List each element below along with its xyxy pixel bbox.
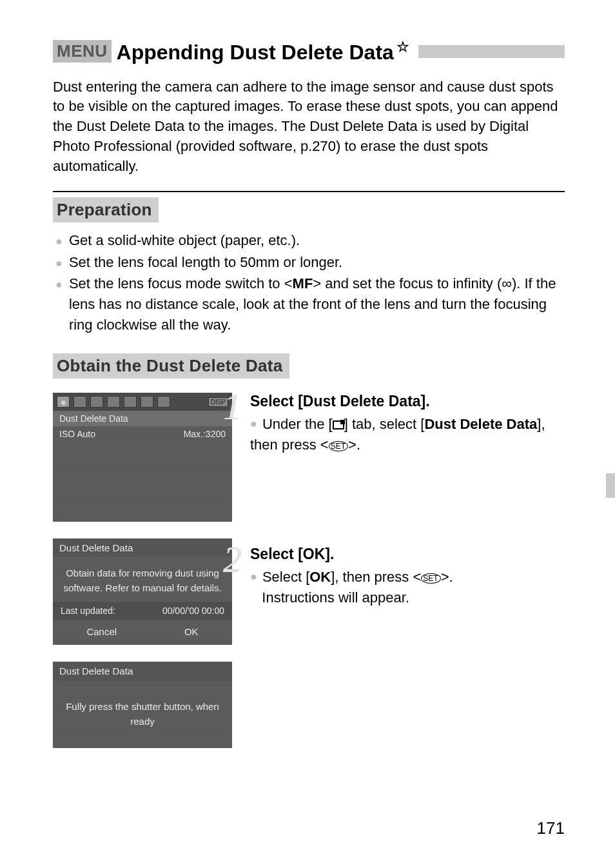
ok-button[interactable]: OK [184,626,199,637]
page-title: Appending Dust Delete Data☆ [117,39,409,64]
screen-meta: Last updated: 00/00/'00 00:00 [53,602,232,620]
tab-icon [124,396,137,408]
menu-badge: MENU [53,40,112,63]
bullet-icon: ● [250,568,257,585]
bullet-icon: ● [55,233,63,250]
screen-message: Obtain data for removing dust using soft… [53,557,232,602]
set-icon: SET [329,441,348,451]
title-stripe [418,45,565,58]
list-item: ●Set the lens focal length to 50mm or lo… [55,252,565,273]
camera-screen-confirm: Dust Delete Data Obtain data for removin… [53,538,232,645]
step-title: Select [OK]. [250,546,565,563]
page-title-row: MENU Appending Dust Delete Data☆ [53,39,565,64]
camera-screen-ready: Dust Delete Data Fully press the shutter… [53,662,232,748]
step-1: 1 Select [Dust Delete Data]. ●Under the … [245,393,565,455]
screen-message: Fully press the shutter button, when rea… [53,680,232,735]
screen-header: Dust Delete Data [53,662,232,680]
page-number: 171 [537,818,565,838]
tab-icon [90,396,103,408]
step-2: 2 Select [OK]. ●Select [OK], then press … [245,546,565,608]
side-tab [606,473,615,498]
tab-icon [73,396,86,408]
step-number: 1 [223,385,242,428]
divider [53,191,565,192]
list-item: ●Set the lens focus mode switch to <MF> … [55,273,565,335]
obtain-heading: Obtain the Dust Delete Data [53,353,289,379]
step-body: ●Under the [] tab, select [Dust Delete D… [250,414,565,455]
screen-header: Dust Delete Data [53,538,232,557]
bullet-icon: ● [250,415,257,432]
tab-icon: ◉ [57,396,70,408]
list-item: ●Get a solid-white object (paper, etc.). [55,230,565,251]
step-body: ●Select [OK], then press <SET>. Instruct… [250,567,565,608]
set-icon: SET [421,573,440,584]
star-icon: ☆ [396,39,409,55]
tab-icon [157,396,170,408]
menu-row: ISO AutoMax.:3200 [53,426,232,442]
tab-icon [141,396,153,408]
camera-icon [333,420,344,429]
tab-icon [107,396,120,408]
cancel-button[interactable]: Cancel [86,626,117,637]
intro-paragraph: Dust entering the camera can adhere to t… [53,77,565,177]
step-title: Select [Dust Delete Data]. [250,393,565,410]
bullet-icon: ● [55,276,63,293]
preparation-list: ●Get a solid-white object (paper, etc.).… [53,230,565,335]
camera-screen-menu: ◉ DISP Dust Delete Data ISO AutoMax.:320… [53,393,232,522]
preparation-heading: Preparation [53,197,159,222]
bullet-icon: ● [55,255,63,271]
step-number: 2 [223,538,242,581]
menu-row: Dust Delete Data [53,411,232,426]
